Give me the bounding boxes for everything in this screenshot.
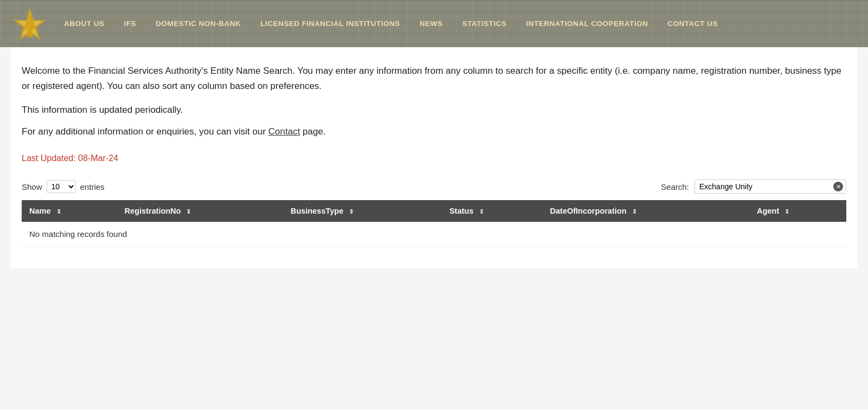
- nav-ifs[interactable]: IFS: [114, 20, 146, 28]
- col-status-label: Status: [449, 207, 473, 215]
- intro-paragraph-1: Welcome to the Financial Services Author…: [22, 63, 846, 94]
- last-updated-label: Last Updated:: [22, 153, 78, 163]
- contact-line-after: page.: [300, 126, 326, 137]
- nav-contact-us[interactable]: CONTACT US: [658, 20, 728, 28]
- col-business-type[interactable]: BusinessType ⇕: [283, 200, 442, 222]
- entries-select[interactable]: 10 25 50 100: [47, 180, 76, 193]
- col-registration-no[interactable]: RegistrationNo ⇕: [117, 200, 283, 222]
- col-business-type-label: BusinessType: [291, 207, 343, 215]
- col-name-sort-icon: ⇕: [56, 208, 61, 215]
- table-no-records-row: No matching records found: [22, 222, 846, 247]
- nav-licensed-financial[interactable]: LICENSED FINANCIAL INSTITUTIONS: [251, 20, 410, 28]
- col-status-sort-icon: ⇕: [479, 208, 484, 215]
- search-label: Search:: [661, 182, 689, 191]
- intro-paragraph-3: For any additional information or enquir…: [22, 126, 846, 137]
- col-agent-sort-icon: ⇕: [784, 208, 789, 215]
- col-doi-label: DateOfIncorporation: [550, 207, 627, 215]
- header: ABOUT US IFS DOMESTIC NON-BANK LICENSED …: [0, 0, 868, 47]
- intro-paragraph-2: This information is updated periodically…: [22, 105, 846, 116]
- no-records-text: No matching records found: [29, 222, 127, 246]
- search-area: Search: ✕: [661, 180, 846, 194]
- col-registration-sort-icon: ⇕: [186, 208, 191, 215]
- last-updated: Last Updated: 08-Mar-24: [22, 153, 846, 163]
- col-name[interactable]: Name ⇕: [22, 200, 117, 222]
- table-controls: Show 10 25 50 100 entries Search: ✕: [22, 180, 846, 194]
- col-agent-label: Agent: [757, 207, 779, 215]
- col-name-label: Name: [29, 207, 51, 215]
- search-clear-button[interactable]: ✕: [833, 182, 843, 191]
- contact-line-before: For any additional information or enquir…: [22, 126, 269, 137]
- nav-international-cooperation[interactable]: INTERNATIONAL COOPERATION: [516, 20, 658, 28]
- logo[interactable]: [11, 5, 49, 43]
- entries-label: entries: [80, 182, 105, 191]
- last-updated-value: 08-Mar-24: [78, 153, 118, 163]
- nav-domestic-non-bank[interactable]: DOMESTIC NON-BANK: [146, 20, 251, 28]
- col-doi-sort-icon: ⇕: [632, 208, 637, 215]
- entity-table: Name ⇕ RegistrationNo ⇕ BusinessType ⇕ S…: [22, 200, 846, 247]
- col-date-of-incorporation[interactable]: DateOfIncorporation ⇕: [542, 200, 749, 222]
- table-header-row: Name ⇕ RegistrationNo ⇕ BusinessType ⇕ S…: [22, 200, 846, 222]
- nav-statistics[interactable]: STATISTICS: [452, 20, 516, 28]
- search-wrapper: ✕: [694, 180, 846, 194]
- col-registration-no-label: RegistrationNo: [125, 207, 181, 215]
- nav-news[interactable]: NEWS: [410, 20, 453, 28]
- nav-about-us[interactable]: ABOUT US: [54, 20, 114, 28]
- main-nav: ABOUT US IFS DOMESTIC NON-BANK LICENSED …: [54, 20, 857, 28]
- col-status[interactable]: Status ⇕: [442, 200, 542, 222]
- main-content: Welcome to the Financial Services Author…: [11, 47, 857, 268]
- show-entries-control: Show 10 25 50 100 entries: [22, 180, 105, 193]
- search-input[interactable]: [694, 180, 846, 194]
- col-agent[interactable]: Agent ⇕: [749, 200, 846, 222]
- show-label: Show: [22, 182, 42, 191]
- no-records-cell: No matching records found: [22, 222, 846, 247]
- contact-link[interactable]: Contact: [269, 126, 301, 137]
- col-business-type-sort-icon: ⇕: [349, 208, 354, 215]
